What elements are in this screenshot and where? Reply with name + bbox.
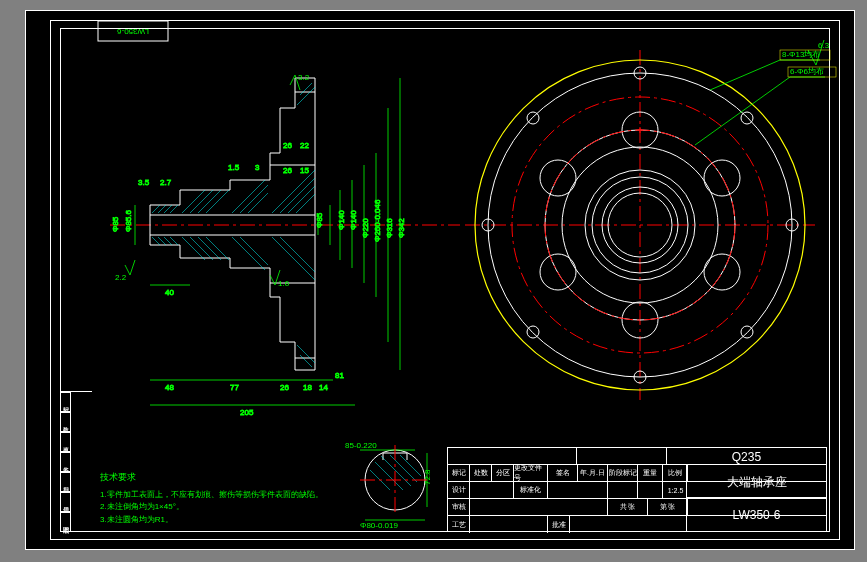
- tech-requirements: 技术要求 1.零件加工表面上，不应有划痕、擦伤等损伤零件表面的缺陷。 2.未注倒…: [100, 470, 450, 527]
- tech-title: 技术要求: [100, 470, 450, 484]
- part-name: 大端轴承座: [686, 465, 826, 499]
- drawing-number: LW350-6: [686, 497, 826, 531]
- tech-line-3: 3.未注圆角均为R1。: [100, 514, 450, 527]
- title-block: Q235 标记 处数 分区 更改文件号 签名 年.月.日 阶段标记 重量 比例 …: [447, 447, 827, 532]
- side-block: 标记 处数 更改 签名 日期 借用 旧底图: [60, 391, 92, 532]
- tech-line-1: 1.零件加工表面上，不应有划痕、擦伤等损伤零件表面的缺陷。: [100, 489, 450, 502]
- material: Q235: [667, 448, 826, 465]
- tech-line-2: 2.未注倒角均为1×45°。: [100, 501, 450, 514]
